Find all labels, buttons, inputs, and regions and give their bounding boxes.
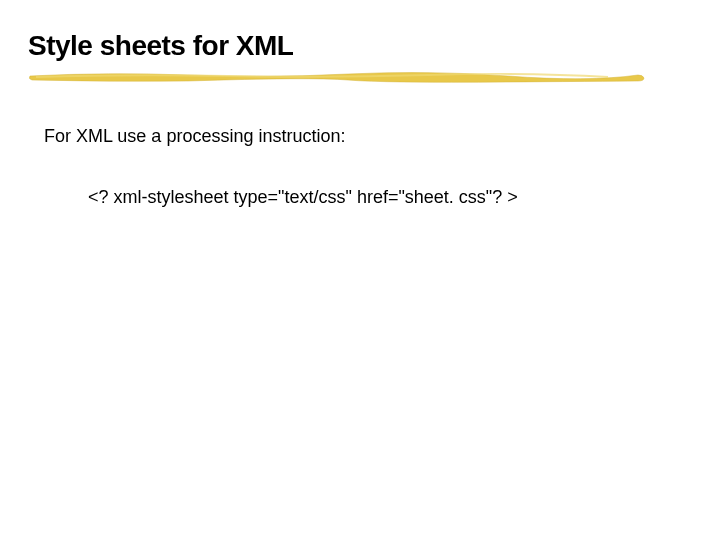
intro-text: For XML use a processing instruction: [44,126,692,147]
slide-container: Style sheets for XML For XML use a proce… [0,0,720,238]
code-example: <? xml-stylesheet type="text/css" href="… [88,187,692,208]
slide-title: Style sheets for XML [28,30,692,62]
title-underline [28,66,668,90]
